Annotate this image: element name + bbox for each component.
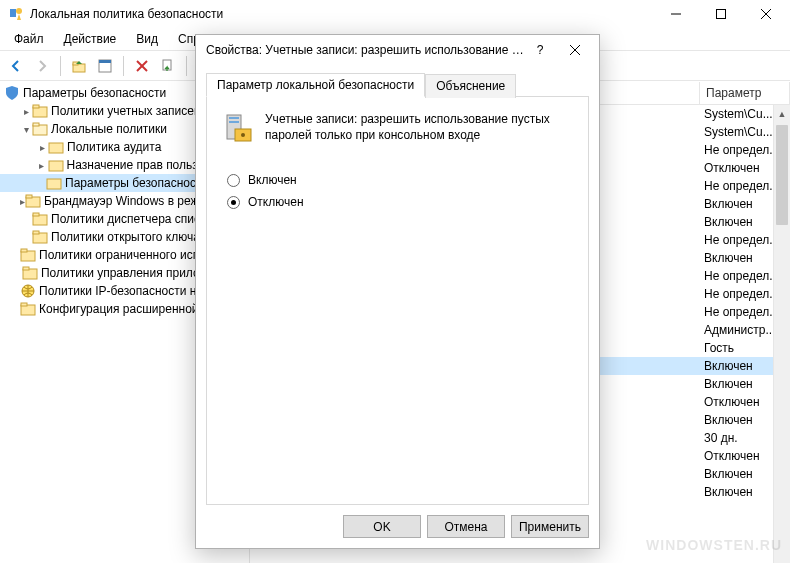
menu-view[interactable]: Вид [126, 30, 168, 48]
svg-rect-25 [33, 231, 39, 234]
scroll-up-icon[interactable]: ▲ [774, 105, 790, 122]
tree-label: Локальные политики [51, 122, 167, 136]
scroll-thumb[interactable] [776, 125, 788, 225]
svg-rect-3 [716, 10, 725, 19]
tab-explain[interactable]: Объяснение [425, 74, 516, 98]
tab-local-setting[interactable]: Параметр локальной безопасности [206, 73, 425, 97]
dialog-titlebar: Свойства: Учетные записи: разрешить испо… [196, 35, 599, 65]
policy-info: Учетные записи: разрешить использование … [221, 111, 574, 143]
minimize-button[interactable] [653, 0, 698, 28]
shield-icon [4, 85, 20, 101]
radio-disabled[interactable]: Отключен [227, 195, 574, 209]
svg-point-39 [241, 133, 245, 137]
ok-button[interactable]: OK [343, 515, 421, 538]
svg-rect-32 [21, 303, 27, 306]
tree-label: Параметры безопасности [23, 86, 166, 100]
svg-rect-18 [49, 161, 63, 171]
chevron-down-icon: ▾ [20, 124, 32, 135]
folder-icon [32, 103, 48, 119]
svg-rect-17 [49, 143, 63, 153]
svg-rect-23 [33, 213, 39, 216]
svg-rect-37 [229, 121, 239, 123]
folder-icon [46, 175, 62, 191]
svg-rect-19 [47, 179, 61, 189]
radio-label: Отключен [248, 195, 304, 209]
dialog-body: Параметр локальной безопасности Объяснен… [196, 65, 599, 505]
tree-label: Параметры безопасности [65, 176, 208, 190]
menu-action[interactable]: Действие [54, 30, 127, 48]
properties-dialog: Свойства: Учетные записи: разрешить испо… [195, 34, 600, 549]
tree-label: Политика аудита [67, 140, 161, 154]
chevron-right-icon: ▸ [36, 160, 48, 171]
network-icon [20, 283, 36, 299]
radio-enabled[interactable]: Включен [227, 173, 574, 187]
server-icon [221, 111, 253, 143]
forward-button[interactable] [30, 54, 54, 78]
scroll-down-icon[interactable]: ▼ [774, 557, 790, 563]
svg-rect-21 [26, 195, 32, 198]
folder-icon [20, 301, 36, 317]
dialog-close-button[interactable] [555, 35, 595, 65]
radio-icon [227, 174, 240, 187]
radio-icon [227, 196, 240, 209]
titlebar: Локальная политика безопасности [0, 0, 790, 28]
svg-rect-14 [33, 105, 39, 108]
maximize-button[interactable] [698, 0, 743, 28]
separator [186, 56, 187, 76]
tree-label: Политики открытого ключа [51, 230, 200, 244]
dialog-buttons: OK Отмена Применить [196, 505, 599, 548]
help-button[interactable]: ? [525, 35, 555, 65]
tab-pane: Учетные записи: разрешить использование … [206, 96, 589, 505]
svg-rect-16 [33, 123, 39, 126]
folder-icon [25, 193, 41, 209]
radio-label: Включен [248, 173, 297, 187]
apply-button[interactable]: Применить [511, 515, 589, 538]
tree-label: Политики учетных записей [51, 104, 201, 118]
svg-point-1 [16, 8, 22, 14]
separator [123, 56, 124, 76]
folder-icon [32, 211, 48, 227]
policy-description: Учетные записи: разрешить использование … [265, 111, 574, 143]
menu-file[interactable]: Файл [4, 30, 54, 48]
back-button[interactable] [4, 54, 28, 78]
close-button[interactable] [743, 0, 788, 28]
window-title: Локальная политика безопасности [30, 7, 653, 21]
delete-button[interactable] [130, 54, 154, 78]
folder-icon [48, 139, 64, 155]
svg-rect-36 [229, 117, 239, 119]
up-level-button[interactable] [67, 54, 91, 78]
folder-open-icon [32, 121, 48, 137]
svg-rect-9 [99, 60, 111, 63]
folder-icon [22, 265, 38, 281]
properties-button[interactable] [93, 54, 117, 78]
separator [60, 56, 61, 76]
export-button[interactable] [156, 54, 180, 78]
folder-icon [32, 229, 48, 245]
svg-rect-0 [10, 9, 16, 17]
column-header-b[interactable]: Параметр [700, 82, 790, 104]
scrollbar[interactable]: ▲ ▼ [773, 105, 790, 563]
app-icon [8, 6, 24, 22]
tab-strip: Параметр локальной безопасности Объяснен… [206, 73, 589, 97]
chevron-right-icon: ▸ [20, 106, 32, 117]
chevron-right-icon: ▸ [36, 142, 48, 153]
cancel-button[interactable]: Отмена [427, 515, 505, 538]
dialog-title: Свойства: Учетные записи: разрешить испо… [206, 43, 525, 57]
folder-icon [48, 157, 64, 173]
svg-rect-27 [21, 249, 27, 252]
folder-icon [20, 247, 36, 263]
svg-rect-29 [23, 267, 29, 270]
